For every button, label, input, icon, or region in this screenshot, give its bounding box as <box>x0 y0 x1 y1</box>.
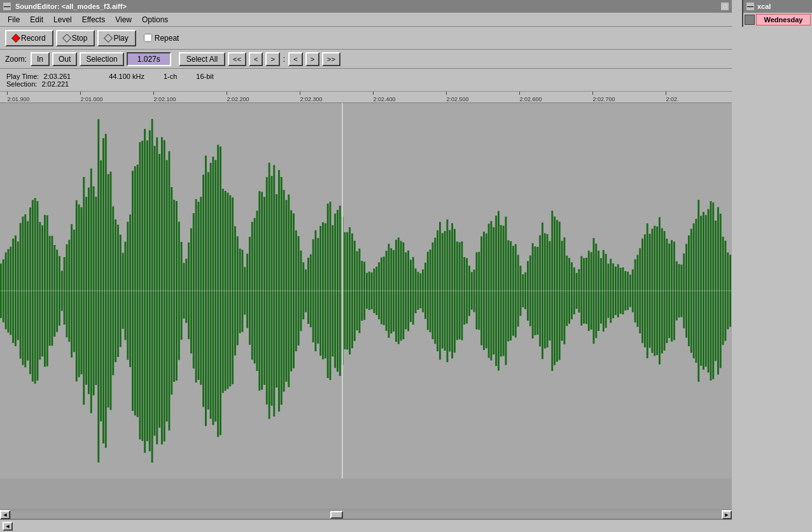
channels-display: 1-ch <box>164 73 177 80</box>
xcal-title-bar: — xcal <box>743 0 812 13</box>
select-all-button[interactable]: Select All <box>179 52 225 66</box>
scroll-track[interactable] <box>10 510 722 519</box>
stop-button[interactable]: Stop <box>56 30 95 46</box>
zoom-in-button[interactable]: In <box>31 52 50 66</box>
info-bar: Play Time: 2:03.261 44.100 kHz 1-ch 16-b… <box>0 69 732 92</box>
horizontal-scrollbar[interactable]: ◄ ► <box>0 509 732 519</box>
repeat-label: Repeat <box>155 34 179 43</box>
xcal-calendar-icon[interactable] <box>745 15 755 25</box>
nav-next-button[interactable]: > <box>305 52 319 66</box>
play-button[interactable]: Play <box>97 30 136 46</box>
menu-options[interactable]: Options <box>137 14 173 25</box>
xcal-panel: — xcal Wednesday <box>742 0 812 27</box>
repeat-checkbox-container: Repeat <box>144 34 179 43</box>
zoom-bar: Zoom: In Out Selection 1.027s Select All… <box>0 50 732 69</box>
selection-label: Selection: 2:02.221 <box>6 80 69 88</box>
scroll-right-btn[interactable]: ► <box>722 510 732 519</box>
bit-depth-display: 16-bit <box>196 73 214 80</box>
xcal-title-text: xcal <box>757 3 771 10</box>
zoom-selection-button[interactable]: Selection <box>80 52 123 66</box>
scroll-left-btn[interactable]: ◄ <box>0 510 10 519</box>
title-bar: — SoundEditor: <all_modes_f3.aiff> □ <box>0 0 732 13</box>
play-label: Play <box>113 34 128 43</box>
zoom-out-button[interactable]: Out <box>52 52 77 66</box>
zoom-value-display: 1.027s <box>127 52 171 66</box>
record-button[interactable]: Record <box>5 30 53 46</box>
nav-end-button[interactable]: >> <box>322 52 340 66</box>
menu-bar: File Edit Level Effects View Options <box>0 13 732 27</box>
status-bar: ◄ <box>0 519 732 532</box>
play-time-value: 2:03.261 <box>43 73 71 80</box>
nav-forward-button[interactable]: > <box>265 52 279 66</box>
window-title: SoundEditor: <all_modes_f3.aiff> <box>15 3 720 10</box>
zoom-label: Zoom: <box>5 55 27 64</box>
xcal-toolbar: Wednesday <box>743 13 812 27</box>
menu-view[interactable]: View <box>110 14 137 25</box>
colon-separator: : <box>283 55 285 64</box>
nav-prev-button[interactable]: < <box>288 52 302 66</box>
menu-file[interactable]: File <box>3 14 25 25</box>
scroll-bottom-left-btn[interactable]: ◄ <box>3 522 13 531</box>
repeat-checkbox[interactable] <box>144 34 152 42</box>
freq-display: 44.100 kHz <box>109 73 144 80</box>
maximize-icon[interactable]: □ <box>720 2 729 11</box>
xcal-date-display: Wednesday <box>756 14 811 25</box>
selection-value: 2:02.221 <box>41 80 69 88</box>
timeline <box>0 92 732 103</box>
record-label: Record <box>21 34 46 43</box>
waveform-container[interactable] <box>0 103 732 509</box>
nav-back-button[interactable]: < <box>249 52 263 66</box>
xcal-close-icon[interactable]: — <box>746 2 755 11</box>
menu-effects[interactable]: Effects <box>77 14 110 25</box>
menu-edit[interactable]: Edit <box>25 14 48 25</box>
toolbar: Record Stop Play Repeat <box>0 27 732 50</box>
record-icon <box>11 33 20 42</box>
play-icon <box>104 33 113 42</box>
title-bar-close-icon[interactable]: — <box>3 2 11 11</box>
play-time-label: Play Time: 2:03.261 <box>6 73 71 80</box>
scroll-thumb[interactable] <box>330 511 343 519</box>
stop-label: Stop <box>72 34 88 43</box>
nav-rewind-button[interactable]: << <box>228 52 246 66</box>
menu-level[interactable]: Level <box>48 14 77 25</box>
stop-icon <box>62 33 71 42</box>
